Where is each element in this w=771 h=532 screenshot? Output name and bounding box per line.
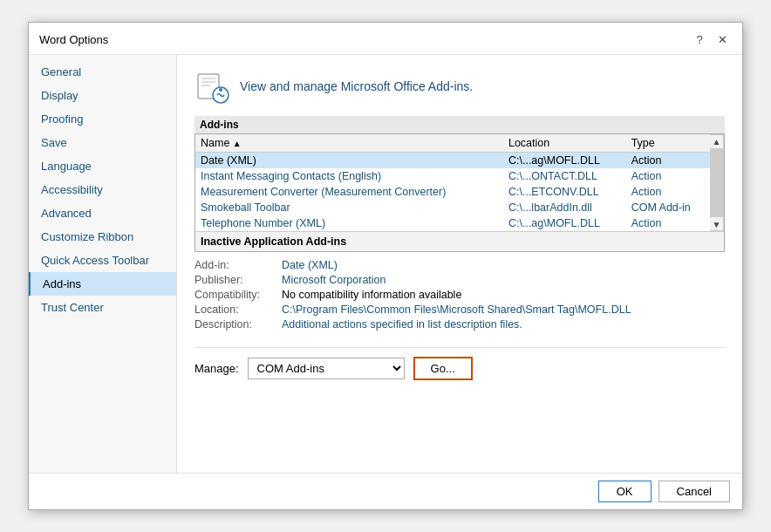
cell-location: C:\...ETCONV.DLL — [503, 184, 626, 200]
title-bar-controls: ? ✕ — [690, 30, 732, 49]
cell-type: Action — [626, 168, 710, 184]
go-button[interactable]: Go... — [413, 357, 473, 380]
col-location[interactable]: Location — [503, 134, 626, 153]
word-options-dialog: Word Options ? ✕ General Display Proofin… — [28, 22, 743, 510]
table-row[interactable]: Telephone Number (XML)C:\...ag\MOFL.DLLA… — [195, 215, 710, 231]
cell-location: C:\...lbarAddIn.dll — [503, 200, 626, 215]
table-scrollbar[interactable]: ▲ ▼ — [710, 134, 724, 231]
cell-location: C:\...ag\MOFL.DLL — [503, 153, 626, 169]
compatibility-label: Compatibility: — [194, 289, 282, 301]
dialog-footer: OK Cancel — [29, 473, 742, 509]
addins-section-label: Add-ins — [194, 116, 725, 133]
sidebar-item-display[interactable]: Display — [29, 84, 176, 107]
location-label: Location: — [194, 304, 282, 316]
details-section: Add-in: Date (XML) Publisher: Microsoft … — [194, 259, 725, 333]
manage-label: Manage: — [194, 362, 239, 375]
col-name[interactable]: Name ▲ — [195, 134, 503, 153]
cell-name: Instant Messaging Contacts (English) — [195, 168, 503, 184]
close-button[interactable]: ✕ — [713, 30, 732, 49]
sidebar-item-language[interactable]: Language — [29, 154, 176, 178]
manage-select[interactable]: COM Add-ins — [248, 358, 405, 379]
table-row[interactable]: Measurement Converter (Measurement Conve… — [195, 184, 710, 200]
dialog-body: General Display Proofing Save Language A… — [29, 55, 742, 473]
addin-value: Date (XML) — [282, 259, 338, 271]
sidebar-item-save[interactable]: Save — [29, 131, 176, 154]
cell-name: Measurement Converter (Measurement Conve… — [195, 184, 503, 200]
help-button[interactable]: ? — [690, 30, 709, 49]
svg-point-5 — [219, 88, 222, 92]
col-type[interactable]: Type — [626, 134, 710, 153]
ok-button[interactable]: OK — [598, 481, 652, 502]
title-bar: Word Options ? ✕ — [29, 23, 742, 55]
detail-row-description: Description: Additional actions specifie… — [194, 318, 725, 331]
table-row[interactable]: Date (XML)C:\...ag\MOFL.DLLAction — [195, 153, 710, 169]
table-row[interactable]: Smokeball ToolbarC:\...lbarAddIn.dllCOM … — [195, 200, 710, 215]
sidebar-item-general[interactable]: General — [29, 60, 176, 84]
cell-type: Action — [626, 184, 710, 200]
sidebar-item-add-ins[interactable]: Add-ins — [29, 272, 176, 296]
svg-rect-1 — [201, 78, 215, 79]
cell-name: Smokeball Toolbar — [195, 200, 503, 215]
svg-rect-2 — [201, 81, 215, 83]
detail-row-addin: Add-in: Date (XML) — [194, 259, 725, 271]
cell-location: C:\...ag\MOFL.DLL — [503, 215, 626, 231]
main-header: View and manage Microsoft Office Add-ins… — [194, 69, 725, 104]
detail-row-publisher: Publisher: Microsoft Corporation — [194, 274, 725, 286]
sidebar-item-advanced[interactable]: Advanced — [29, 201, 176, 225]
cell-type: Action — [626, 153, 710, 169]
cell-name: Date (XML) — [195, 153, 503, 169]
cell-location: C:\...ONTACT.DLL — [503, 168, 626, 184]
location-value: C:\Program Files\Common Files\Microsoft … — [282, 304, 631, 316]
detail-row-compatibility: Compatibility: No compatibility informat… — [194, 289, 725, 301]
compatibility-value: No compatibility information available — [282, 289, 461, 301]
sidebar: General Display Proofing Save Language A… — [29, 55, 177, 473]
svg-rect-3 — [201, 85, 210, 86]
cell-type: Action — [626, 215, 710, 231]
inactive-section-label: Inactive Application Add-ins — [195, 231, 724, 251]
scroll-thumb[interactable] — [710, 148, 723, 217]
table-row[interactable]: Instant Messaging Contacts (English)C:\.… — [195, 168, 710, 184]
addins-table: Name ▲ Location Type Date (XML)C:\...ag\… — [195, 134, 710, 231]
publisher-value: Microsoft Corporation — [282, 274, 386, 286]
description-label: Description: — [194, 318, 282, 331]
cancel-button[interactable]: Cancel — [658, 481, 730, 502]
header-text: View and manage Microsoft Office Add-ins… — [240, 79, 473, 93]
description-value: Additional actions specified in list des… — [282, 318, 522, 331]
scroll-up-arrow[interactable]: ▲ — [711, 135, 723, 147]
sidebar-item-customize-ribbon[interactable]: Customize Ribbon — [29, 225, 176, 249]
publisher-label: Publisher: — [194, 274, 282, 286]
manage-row: Manage: COM Add-ins Go... — [194, 347, 725, 380]
sidebar-item-quick-access-toolbar[interactable]: Quick Access Toolbar — [29, 249, 176, 272]
addins-table-container: Name ▲ Location Type Date (XML)C:\...ag\… — [194, 133, 725, 252]
sidebar-item-accessibility[interactable]: Accessibility — [29, 178, 176, 201]
main-content: View and manage Microsoft Office Add-ins… — [177, 55, 742, 473]
scroll-down-arrow[interactable]: ▼ — [711, 218, 723, 230]
detail-row-location: Location: C:\Program Files\Common Files\… — [194, 304, 725, 316]
addin-label: Add-in: — [194, 259, 282, 271]
sidebar-item-proofing[interactable]: Proofing — [29, 107, 176, 131]
dialog-title: Word Options — [39, 33, 108, 46]
cell-type: COM Add-in — [626, 200, 710, 215]
addins-icon — [194, 69, 229, 104]
sidebar-item-trust-center[interactable]: Trust Center — [29, 296, 176, 319]
cell-name: Telephone Number (XML) — [195, 215, 503, 231]
